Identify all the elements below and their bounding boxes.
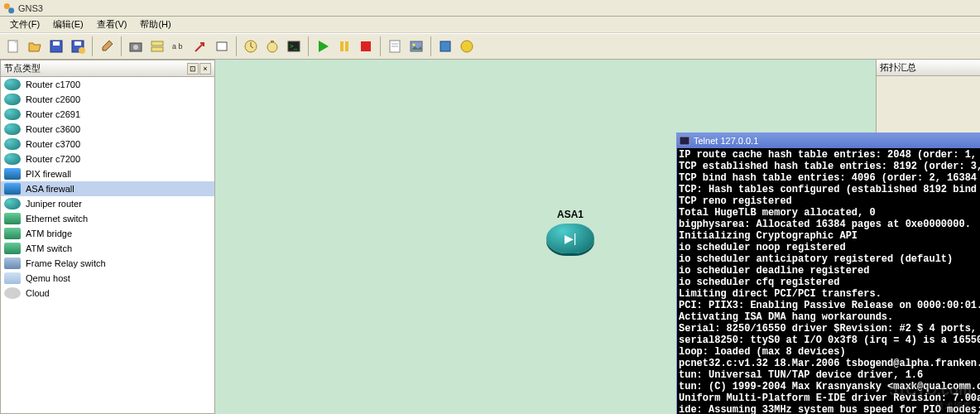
circle-icon — [459, 39, 474, 54]
sidebar-close-button[interactable]: × — [199, 63, 211, 75]
frame-icon — [4, 258, 21, 269]
menu-edit[interactable]: 编辑(E) — [46, 17, 90, 32]
device-item[interactable]: Cloud — [1, 286, 214, 301]
telnet-titlebar[interactable]: Telnet 127.0.0.1 _ □ × — [677, 133, 980, 148]
device-list[interactable]: Router c1700Router c2600Router c2691Rout… — [1, 77, 214, 413]
pause-button[interactable] — [334, 36, 354, 56]
save-button[interactable] — [46, 36, 66, 56]
stop-button[interactable] — [356, 36, 376, 56]
router-icon — [4, 198, 21, 209]
new-file-icon — [6, 39, 21, 54]
router-icon — [4, 153, 21, 165]
circle-button[interactable] — [457, 36, 477, 56]
sw-icon — [4, 228, 21, 239]
rect-icon — [214, 39, 229, 54]
device-item-label: ATM bridge — [26, 229, 72, 238]
device-item[interactable]: Frame Relay switch — [1, 256, 214, 271]
svg-rect-11 — [151, 47, 163, 51]
sidebar-header: 节点类型 ⊡ × — [1, 60, 214, 77]
device-item[interactable]: Qemu host — [1, 271, 214, 286]
device-item[interactable]: ASA firewall — [1, 181, 214, 196]
square-icon — [438, 39, 453, 54]
telnet-output[interactable]: IP route cache hash table entries: 2048 … — [677, 148, 980, 414]
svg-rect-29 — [680, 137, 689, 145]
device-item[interactable]: Router c7200 — [1, 152, 214, 166]
saveas-button[interactable] — [68, 36, 88, 56]
open-folder-icon — [27, 39, 42, 54]
toolbar: a b >_ — [0, 33, 980, 60]
open-button[interactable] — [25, 36, 45, 56]
sidebar-pin-button[interactable]: ⊡ — [187, 63, 199, 75]
terminal-button[interactable]: >_ — [284, 36, 304, 56]
telnet-window[interactable]: Telnet 127.0.0.1 _ □ × IP route cache ha… — [676, 132, 980, 414]
content: 节点类型 ⊡ × Router c1700Router c2600Router … — [0, 60, 980, 414]
device-item-label: Cloud — [26, 288, 50, 298]
device-item-label: Router c7200 — [26, 154, 80, 164]
svg-rect-25 — [411, 41, 422, 51]
arrow-icon — [193, 39, 208, 54]
note-button[interactable] — [385, 36, 405, 56]
device-item[interactable]: Router c1700 — [1, 77, 214, 92]
snapshot-button[interactable] — [126, 36, 146, 56]
stop-icon — [358, 39, 373, 54]
menu-view[interactable]: 查看(V) — [90, 17, 134, 32]
device-item-label: Router c2600 — [26, 94, 80, 104]
ruler-icon — [150, 39, 165, 54]
arrow-button[interactable] — [190, 36, 210, 56]
new-file-button[interactable] — [3, 36, 23, 56]
image-icon — [409, 39, 424, 54]
device-item-label: PIX firewall — [26, 169, 71, 179]
save-as-icon — [70, 39, 85, 54]
fw-icon — [4, 168, 21, 180]
device-item[interactable]: Juniper router — [1, 196, 214, 211]
play-button[interactable] — [313, 36, 333, 56]
device-item[interactable]: ATM switch — [1, 241, 214, 256]
watermark-sub: 技术博客 — [935, 400, 972, 412]
device-item-label: Router c3700 — [26, 139, 80, 149]
abc-button[interactable]: a b — [169, 36, 189, 56]
brush-button[interactable] — [97, 36, 117, 56]
device-item[interactable]: PIX firewall — [1, 166, 214, 181]
svg-rect-19 — [340, 41, 343, 51]
menubar: 文件(F) 编辑(E) 查看(V) 帮助(H) — [0, 17, 980, 33]
rect-button[interactable] — [212, 36, 232, 56]
telnet-icon — [679, 135, 690, 147]
fw-icon — [4, 183, 21, 195]
sidebar: 节点类型 ⊡ × Router c1700Router c2600Router … — [0, 60, 215, 414]
device-item[interactable]: Router c3700 — [1, 137, 214, 152]
square-button[interactable] — [435, 36, 455, 56]
terminal-icon: >_ — [286, 39, 301, 54]
svg-rect-16 — [271, 41, 274, 42]
workspace[interactable]: ASA1 ▶| Telnet 127.0.0.1 _ □ × IP route … — [215, 60, 876, 414]
ruler-button[interactable] — [147, 36, 167, 56]
svg-rect-27 — [440, 41, 450, 51]
router-icon — [4, 94, 21, 105]
svg-point-9 — [133, 45, 138, 50]
svg-rect-6 — [74, 41, 81, 46]
timer-button[interactable] — [262, 36, 282, 56]
firewall-icon: ▶| — [546, 224, 594, 253]
svg-text:a b: a b — [172, 42, 183, 51]
device-item[interactable]: Router c2691 — [1, 107, 214, 122]
svg-rect-21 — [361, 41, 371, 51]
device-item[interactable]: Router c3600 — [1, 122, 214, 137]
device-item[interactable]: ATM bridge — [1, 226, 214, 241]
image-button[interactable] — [406, 36, 426, 56]
menu-help[interactable]: 帮助(H) — [133, 17, 177, 32]
device-item[interactable]: Router c2600 — [1, 92, 214, 107]
pause-icon — [337, 39, 352, 54]
sw-icon — [4, 213, 21, 224]
svg-rect-20 — [345, 41, 348, 51]
svg-point-1 — [8, 7, 14, 13]
menu-file[interactable]: 文件(F) — [3, 17, 46, 32]
timer-icon — [265, 39, 280, 54]
right-pane-title: 拓扑汇总 — [877, 60, 980, 76]
device-item[interactable]: Ethernet switch — [1, 211, 214, 226]
clock-button[interactable] — [241, 36, 261, 56]
abc-icon: a b — [171, 39, 186, 54]
device-item-label: ASA firewall — [26, 184, 74, 194]
svg-point-15 — [267, 42, 277, 52]
device-node-asa1[interactable]: ASA1 ▶| — [546, 209, 594, 253]
device-item-label: Juniper router — [26, 199, 82, 209]
play-icon — [315, 39, 330, 54]
